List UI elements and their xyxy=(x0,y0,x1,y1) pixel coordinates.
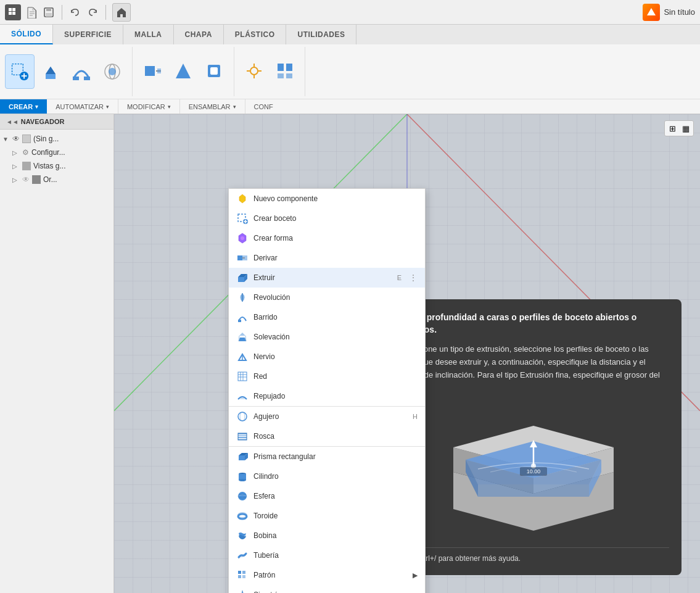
ribbon: SÓLIDO SUPERFICIE MALLA CHAPA PLÁSTICO U… xyxy=(0,25,700,114)
menu-item-repujado[interactable]: Repujado xyxy=(229,386,425,406)
extruir-icon xyxy=(236,272,249,284)
home-icon[interactable] xyxy=(112,3,131,22)
patron-icon xyxy=(236,569,249,581)
eye-crossed-icon[interactable]: 👁 xyxy=(22,175,30,184)
ribbon-tabs: SÓLIDO SUPERFICIE MALLA CHAPA PLÁSTICO U… xyxy=(0,25,700,44)
modificar-section-btn[interactable]: MODIFICAR ▾ xyxy=(118,99,180,114)
crear-forma-icon xyxy=(236,232,249,244)
ribbon-btn-solid[interactable] xyxy=(36,54,65,89)
conf-section-btn[interactable]: CONF xyxy=(245,99,282,114)
tab-superficie[interactable]: SUPERFICIE xyxy=(53,25,123,44)
tab-solido[interactable]: SÓLIDO xyxy=(0,25,53,44)
menu-item-nervio[interactable]: Nervio xyxy=(229,347,425,367)
menu-item-solevacion[interactable]: Solevación xyxy=(229,327,425,347)
menu-item-nuevo-componente[interactable]: Nuevo componente xyxy=(229,189,425,209)
grid-icon[interactable] xyxy=(5,4,21,20)
tab-malla[interactable]: MALLA xyxy=(123,25,174,44)
menu-item-red[interactable]: Red xyxy=(229,367,425,386)
menu-item-extruir[interactable]: Extruir E ⋮ xyxy=(229,268,425,288)
automatizar-section-btn[interactable]: AUTOMATIZAR ▾ xyxy=(47,99,118,114)
tab-plastico[interactable]: PLÁSTICO xyxy=(224,25,287,44)
menu-item-prisma[interactable]: Prisma rectangular xyxy=(229,446,425,467)
save-icon[interactable] xyxy=(42,6,56,19)
top-bar-icons xyxy=(5,3,131,22)
tooltip-footer: Pulse Ctrl+/ para obtener más ayuda. xyxy=(398,547,669,563)
ribbon-btn-bend[interactable] xyxy=(67,54,96,89)
undo-icon[interactable] xyxy=(68,6,82,19)
tree-item-origin[interactable]: ▷ 👁 Or... xyxy=(0,173,113,186)
svg-point-67 xyxy=(240,412,245,421)
menu-label-tuberia: Tubería xyxy=(253,551,279,560)
main-canvas[interactable]: Nuevo componente Crear boceto xyxy=(114,114,700,593)
ribbon-btn-create-sketch[interactable] xyxy=(5,54,35,89)
app-title: Sin título xyxy=(643,4,695,21)
eye-icon[interactable]: 👁 xyxy=(12,135,20,143)
ribbon-btn-mod2[interactable] xyxy=(168,54,198,89)
ribbon-btn-asm1[interactable] xyxy=(239,54,269,89)
crear-section-btn[interactable]: CREAR ▾ xyxy=(0,99,47,114)
ribbon-btn-mod3[interactable] xyxy=(199,54,229,89)
menu-item-patron[interactable]: Patrón ▶ xyxy=(229,565,425,585)
svg-rect-18 xyxy=(73,77,79,80)
menu-item-toroide[interactable]: Toroide xyxy=(229,506,425,526)
mod1-icon xyxy=(142,61,162,83)
sidebar-tree: ▼ 👁 (Sin g... ▷ ⚙ Configur... ▷ Vistas g… xyxy=(0,130,113,189)
menu-label-red: Red xyxy=(253,372,267,381)
menu-item-rosca[interactable]: Rosca xyxy=(229,426,425,446)
svg-rect-17 xyxy=(46,74,56,79)
file-icon[interactable] xyxy=(25,6,38,19)
menu-item-esfera[interactable]: Esfera xyxy=(229,486,425,506)
more-dots-icon[interactable]: ⋮ xyxy=(409,273,418,283)
tree-label-root: (Sin g... xyxy=(33,135,109,143)
arrow-icon-config: ▷ xyxy=(12,149,20,156)
tree-item-config[interactable]: ▷ ⚙ Configur... xyxy=(0,146,113,159)
automatizar-caret: ▾ xyxy=(106,104,109,110)
view-controls: ⊞ ▦ xyxy=(664,120,694,136)
menu-label-solevacion: Solevación xyxy=(253,333,290,341)
grid-view-btn[interactable]: ⊞ xyxy=(666,122,678,135)
ensamblar-section-btn[interactable]: ENSAMBLAR ▾ xyxy=(180,99,245,114)
ribbon-btn-revolve[interactable] xyxy=(97,54,127,89)
svg-point-78 xyxy=(239,479,246,481)
menu-item-barrido[interactable]: Barrido xyxy=(229,307,425,327)
agujero-shortcut: H xyxy=(413,413,418,420)
tree-item-root[interactable]: ▼ 👁 (Sin g... xyxy=(0,132,113,146)
asm2-icon xyxy=(275,61,295,83)
solid-view-btn[interactable]: ▦ xyxy=(680,122,692,135)
tab-utilidades[interactable]: UTILIDADES xyxy=(286,25,356,44)
navigator-label: NAVEGADOR xyxy=(21,118,65,125)
menu-item-simetria[interactable]: Simetría xyxy=(229,585,425,593)
menu-item-crear-boceto[interactable]: Crear boceto xyxy=(229,209,425,228)
svg-rect-19 xyxy=(84,77,90,80)
menu-item-bobina[interactable]: Bobina xyxy=(229,526,425,545)
menu-label-forma: Crear forma xyxy=(253,234,293,243)
menu-label-patron: Patrón xyxy=(253,571,275,579)
origin-icon xyxy=(32,175,41,184)
views-icon xyxy=(22,162,31,170)
menu-item-derivar[interactable]: Derivar xyxy=(229,248,425,268)
bend-icon xyxy=(72,62,91,81)
tab-chapa[interactable]: CHAPA xyxy=(174,25,224,44)
ribbon-btn-mod1[interactable] xyxy=(138,54,167,89)
svg-point-66 xyxy=(238,412,247,421)
menu-item-revolucion[interactable]: Revolución xyxy=(229,288,425,307)
svg-marker-41 xyxy=(239,194,245,203)
ribbon-btn-asm2[interactable] xyxy=(270,54,300,89)
menu-label-toroide: Toroide xyxy=(253,512,278,520)
menu-label-barrido: Barrido xyxy=(253,313,278,321)
svg-marker-26 xyxy=(176,64,191,78)
redo-icon[interactable] xyxy=(86,6,99,19)
menu-item-cilindro[interactable]: Cilindro xyxy=(229,467,425,486)
menu-item-agujero[interactable]: Agujero H xyxy=(229,406,425,426)
menu-item-tuberia[interactable]: Tubería xyxy=(229,545,425,565)
menu-label-nuevo: Nuevo componente xyxy=(253,194,318,203)
nervio-icon xyxy=(236,350,249,363)
barrido-icon xyxy=(236,311,249,323)
menu-item-crear-forma[interactable]: Crear forma xyxy=(229,228,425,248)
solid-icon xyxy=(41,62,60,81)
tree-item-views[interactable]: ▷ Vistas g... xyxy=(0,159,113,173)
mod2-icon xyxy=(173,61,193,83)
divider2 xyxy=(105,5,106,20)
svg-rect-35 xyxy=(286,64,292,71)
crear-label: CREAR xyxy=(9,103,33,110)
